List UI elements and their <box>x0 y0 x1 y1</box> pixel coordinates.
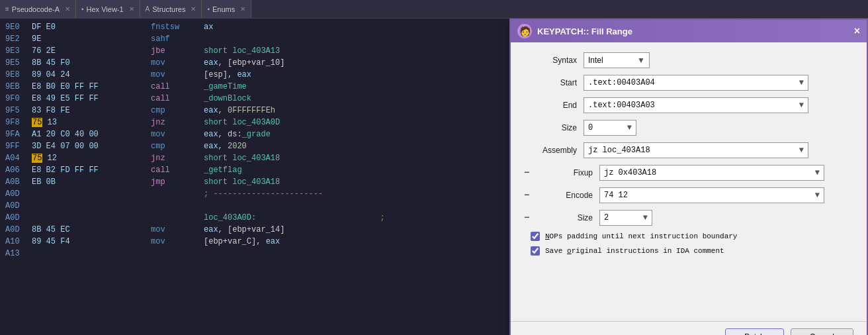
checkbox-save-row: Save original instructions in IDA commen… <box>531 246 853 256</box>
dialog-title: KEYPATCH:: Fill Range <box>537 26 849 36</box>
fixup-select[interactable]: jz 0x403A18 ▼ <box>599 165 824 181</box>
tab-structures-label: Structures <box>152 5 185 13</box>
end-select[interactable]: .text:00403A03 ▼ <box>584 97 808 113</box>
syntax-arrow: ▼ <box>637 56 645 65</box>
code-line-a0d-label: A0D loc_403A0D: ; <box>0 212 509 224</box>
start-arrow: ▼ <box>799 78 804 87</box>
tab-structures-close[interactable]: ✕ <box>191 5 196 13</box>
start-value: .text:00403A04 <box>588 78 655 87</box>
cancel-button[interactable]: Cancel <box>791 328 853 335</box>
dialog-close-button[interactable]: × <box>854 25 860 37</box>
size-select[interactable]: 0 ▼ <box>584 120 636 136</box>
hex-icon: ▪ <box>81 5 84 13</box>
code-line-9f8: 9F8 75 13 jnz short loc_403A0D <box>0 117 509 128</box>
tab-hex-close[interactable]: ✕ <box>129 5 134 13</box>
fixup-value: jz 0x403A18 <box>604 168 656 177</box>
code-line-9e5: 9E5 8B 45 F0 mov eax, [ebp+var_10] <box>0 57 509 69</box>
tab-hex-view-1[interactable]: ▪ Hex View-1 ✕ <box>76 0 140 18</box>
encode-size-row: − Size 2 ▼ <box>524 209 853 226</box>
start-row: Start .text:00403A04 ▼ <box>524 74 853 91</box>
code-line-a0b: A0B EB 0B jmp short loc_403A18 <box>0 176 509 188</box>
tab-pseudocode-close[interactable]: ✕ <box>65 5 70 13</box>
nops-checkbox[interactable] <box>531 232 540 241</box>
tab-enums-close[interactable]: ✕ <box>240 5 245 13</box>
tab-hex-label: Hex View-1 <box>87 5 124 13</box>
start-select[interactable]: .text:00403A04 ▼ <box>584 75 808 91</box>
code-line-9e8: 9E8 89 04 24 mov [esp], eax <box>0 69 509 81</box>
code-line-9f0: 9F0 E8 49 E5 FF FF call _downBlock <box>0 93 509 105</box>
encode-label: Encode <box>540 191 593 200</box>
dialog-footer: Patch Cancel <box>511 321 867 335</box>
enums-icon: ▪ <box>207 5 210 13</box>
code-line-a0d-blank: A0D <box>0 200 509 212</box>
size-label: Size <box>524 123 577 132</box>
encode-size-value: 2 <box>604 213 609 222</box>
encode-size-arrow: ▼ <box>643 213 648 222</box>
tab-bar: ≡ Pseudocode-A ✕ ▪ Hex View-1 ✕ A Struct… <box>0 0 868 19</box>
fixup-arrow: ▼ <box>815 168 820 177</box>
code-line-9e0: 9E0 DF E0 fnstsw ax <box>0 21 509 33</box>
tab-enums[interactable]: ▪ Enums ✕ <box>202 0 251 18</box>
syntax-select[interactable]: Intel ▼ <box>584 52 650 68</box>
structures-icon: A <box>146 5 150 13</box>
code-line-9ff: 9FF 3D E4 07 00 00 cmp eax, 2020 <box>0 140 509 152</box>
encode-value: 74 12 <box>604 191 628 200</box>
end-label: End <box>524 101 577 110</box>
fixup-label: Fixup <box>540 168 593 177</box>
patch-button[interactable]: Patch <box>725 328 784 335</box>
size-row: Size 0 ▼ <box>524 119 853 136</box>
end-row: End .text:00403A03 ▼ <box>524 97 853 114</box>
tab-structures[interactable]: A Structures ✕ <box>140 0 202 18</box>
encode-size-minus: − <box>524 213 533 223</box>
end-arrow: ▼ <box>799 101 804 110</box>
syntax-value: Intel <box>588 56 603 65</box>
dialog-titlebar: 🧑 KEYPATCH:: Fill Range × <box>511 20 867 42</box>
assembly-label: Assembly <box>524 146 577 155</box>
dialog-body: Syntax Intel ▼ Start .text:00403A04 ▼ En… <box>511 42 867 321</box>
encode-size-label: Size <box>540 213 593 222</box>
encode-select[interactable]: 74 12 ▼ <box>599 187 824 203</box>
save-checkbox[interactable] <box>531 246 540 256</box>
fixup-minus: − <box>524 168 533 178</box>
encode-minus: − <box>524 190 533 201</box>
syntax-label: Syntax <box>524 56 577 65</box>
assembly-arrow: ▼ <box>799 146 804 155</box>
start-label: Start <box>524 78 577 87</box>
save-label: Save original instructions in IDA commen… <box>545 247 724 255</box>
code-line-a13-blank: A13 <box>0 248 509 260</box>
keypatch-dialog: 🧑 KEYPATCH:: Fill Range × Syntax Intel ▼… <box>509 19 868 335</box>
size-arrow: ▼ <box>627 123 632 132</box>
code-line-9f5: 9F5 83 F8 FE cmp eax, 0FFFFFFFEh <box>0 105 509 117</box>
tab-pseudocode-label: Pseudocode-A <box>12 5 60 13</box>
code-line-a04: A04 75 12 jnz short loc_403A18 <box>0 152 509 164</box>
nops-label: NOPs padding until next instruction boun… <box>545 232 737 240</box>
size-value: 0 <box>588 123 593 132</box>
tab-enums-label: Enums <box>212 5 235 13</box>
assembly-select[interactable]: jz loc_403A18 ▼ <box>584 142 808 158</box>
code-line-separator: A0D ; ----------------------- <box>0 188 509 200</box>
code-line-9e3: 9E3 76 2E jbe short loc_403A13 <box>0 45 509 57</box>
assembly-value: jz loc_403A18 <box>588 146 650 155</box>
code-line-9e2: 9E2 9E sahf <box>0 33 509 45</box>
checkbox-nops-row: NOPs padding until next instruction boun… <box>531 232 853 241</box>
assembly-row: Assembly jz loc_403A18 ▼ <box>524 142 853 159</box>
fixup-row: − Fixup jz 0x403A18 ▼ <box>524 164 853 181</box>
pseudocode-icon: ≡ <box>5 5 9 13</box>
syntax-row: Syntax Intel ▼ <box>524 52 853 69</box>
encode-row: − Encode 74 12 ▼ <box>524 187 853 204</box>
code-line-9fa: 9FA A1 20 C0 40 00 mov eax, ds:_grade <box>0 128 509 140</box>
end-value: .text:00403A03 <box>588 101 655 110</box>
code-line-a0d-mov1: A0D 8B 45 EC mov eax, [ebp+var_14] <box>0 224 509 236</box>
encode-arrow: ▼ <box>815 191 820 200</box>
code-panel: 9E0 DF E0 fnstsw ax 9E2 9E sahf 9E3 76 2… <box>0 19 509 335</box>
dialog-avatar: 🧑 <box>517 24 532 38</box>
tab-pseudocode-a[interactable]: ≡ Pseudocode-A ✕ <box>0 0 76 18</box>
code-line-a10-mov2: A10 89 45 F4 mov [ebp+var_C], eax <box>0 236 509 248</box>
encode-size-select[interactable]: 2 ▼ <box>599 210 652 226</box>
code-line-9eb: 9EB E8 B0 E0 FF FF call _gameTime <box>0 81 509 93</box>
code-line-a06: A06 E8 B2 FD FF FF call _getflag <box>0 164 509 176</box>
